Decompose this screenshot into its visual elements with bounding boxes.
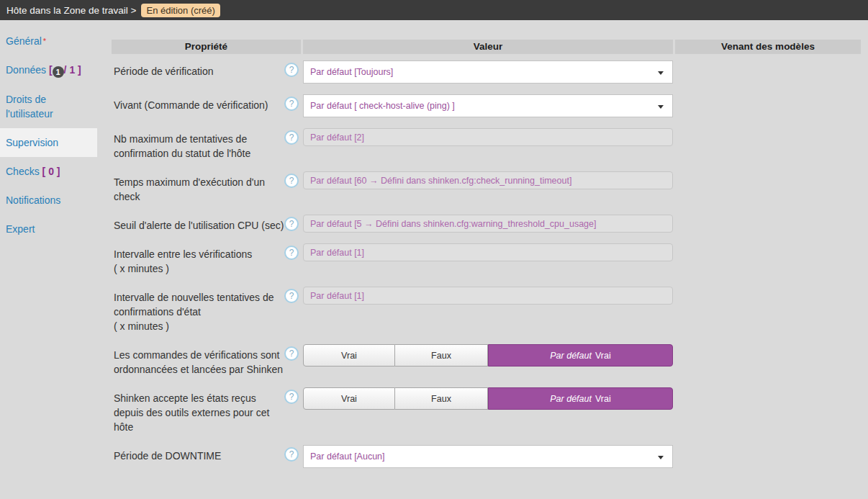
sidebar-item-checks[interactable]: Checks [ 0 ]: [0, 157, 97, 186]
breadcrumb: Hôte dans la Zone de travail >: [6, 5, 136, 16]
top-bar: Hôte dans la Zone de travail > En éditio…: [0, 0, 868, 20]
property-label: Temps maximum d'exécution d'un check: [112, 171, 284, 204]
sidebar-item-expert[interactable]: Expert: [0, 215, 97, 243]
periode-downtime-select[interactable]: Par défaut [Aucun]: [303, 445, 673, 468]
intervalle-verifications-input: [303, 243, 673, 261]
commandes-ordonnancees-toggle: Vrai Faux Par défautVrai: [303, 344, 673, 367]
property-label: Intervalle de nouvelles tentatives de co…: [112, 287, 284, 333]
row-etats-externes: Shinken accepte les états reçus depuis d…: [112, 387, 861, 434]
dropdown-caret-icon: [658, 71, 664, 75]
sidebar: Général* Données [1/ 1 ] Droits de l'uti…: [0, 20, 108, 479]
row-commandes-ordonnancees: Les commandes de vérifications sont ordo…: [112, 344, 861, 377]
help-icon[interactable]: ?: [284, 174, 299, 188]
help-icon[interactable]: ?: [284, 217, 299, 231]
row-vivant-commande: Vivant (Commande de vérification) ? Par …: [112, 94, 861, 117]
dropdown-caret-icon: [658, 105, 664, 109]
main-panel: Propriété Valeur Venant des modèles Péri…: [108, 20, 868, 479]
property-label: Nb maximum de tentatives de confirmation…: [112, 128, 284, 161]
row-nb-max-tentatives: Nb maximum de tentatives de confirmation…: [112, 128, 861, 161]
property-label: Période de DOWNTIME: [112, 445, 284, 463]
par-defaut-button[interactable]: Par défautVrai: [488, 344, 673, 367]
vivant-commande-select[interactable]: Par défaut [ check-host-alive (ping) ]: [303, 94, 673, 117]
property-label: Intervalle entre les vérifications ( x m…: [112, 243, 284, 276]
property-label: Vivant (Commande de vérification): [112, 94, 284, 112]
periode-verification-select[interactable]: Par défaut [Toujours]: [303, 60, 673, 84]
row-seuil-alerte-cpu: Seuil d'alerte de l'utilisation CPU (sec…: [112, 215, 861, 233]
sidebar-item-supervision[interactable]: Supervision: [0, 128, 97, 157]
temps-max-execution-input: [303, 171, 673, 189]
row-periode-verification: Période de vérification ? Par défaut [To…: [112, 60, 861, 84]
faux-button[interactable]: Faux: [395, 344, 488, 367]
faux-button[interactable]: Faux: [395, 387, 488, 410]
help-icon[interactable]: ?: [284, 96, 299, 111]
row-periode-downtime: Période de DOWNTIME ? Par défaut [Aucun]: [112, 445, 861, 468]
property-label: Seuil d'alerte de l'utilisation CPU (sec…: [112, 215, 284, 233]
par-defaut-button[interactable]: Par défautVrai: [488, 387, 673, 410]
help-icon[interactable]: ?: [284, 346, 299, 361]
count-badge: 1: [53, 66, 64, 78]
header-from-templates: Venant des modèles: [675, 40, 861, 54]
nb-max-tentatives-input: [303, 128, 673, 146]
help-icon[interactable]: ?: [284, 63, 299, 77]
seuil-alerte-cpu-input: [303, 215, 673, 233]
row-intervalle-tentatives: Intervalle de nouvelles tentatives de co…: [112, 287, 861, 333]
vrai-button[interactable]: Vrai: [303, 344, 395, 367]
property-label: Les commandes de vérifications sont ordo…: [112, 344, 284, 377]
help-icon[interactable]: ?: [284, 390, 299, 404]
header-value: Valeur: [303, 40, 673, 54]
help-icon[interactable]: ?: [284, 289, 299, 303]
help-icon[interactable]: ?: [284, 246, 299, 260]
property-label: Période de vérification: [112, 60, 284, 78]
property-label: Shinken accepte les états reçus depuis d…: [112, 387, 284, 434]
sidebar-item-notifications[interactable]: Notifications: [0, 186, 97, 215]
header-property: Propriété: [112, 40, 301, 54]
sidebar-item-donnees[interactable]: Données [1/ 1 ]: [0, 55, 97, 85]
table-header: Propriété Valeur Venant des modèles: [112, 40, 861, 54]
help-icon[interactable]: ?: [284, 447, 299, 462]
required-asterisk: *: [43, 37, 46, 45]
sidebar-item-general[interactable]: Général*: [0, 27, 97, 55]
status-badge: En édition (créé): [141, 4, 220, 17]
row-intervalle-verifications: Intervalle entre les vérifications ( x m…: [112, 243, 861, 276]
intervalle-tentatives-input: [303, 287, 673, 305]
dropdown-caret-icon: [658, 456, 664, 459]
help-icon[interactable]: ?: [284, 130, 299, 145]
row-temps-max-execution: Temps maximum d'exécution d'un check ?: [112, 171, 861, 204]
vrai-button[interactable]: Vrai: [303, 387, 395, 410]
etats-externes-toggle: Vrai Faux Par défautVrai: [303, 387, 673, 410]
sidebar-item-droits[interactable]: Droits de l'utilisateur: [0, 85, 97, 128]
